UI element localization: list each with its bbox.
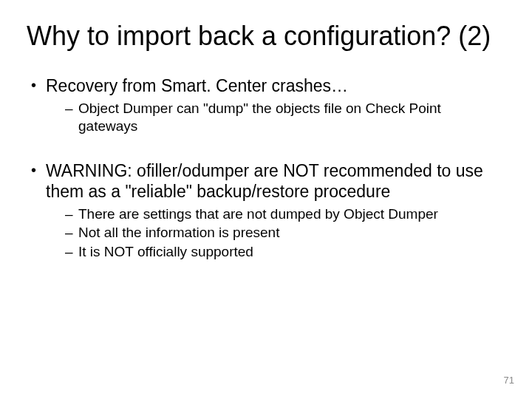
bullet-text: Recovery from Smart. Center crashes…: [46, 76, 348, 95]
bullet-text: WARNING: ofiller/odumper are NOT recomme…: [46, 161, 483, 201]
bullet-list: Recovery from Smart. Center crashes… Obj…: [30, 76, 502, 134]
spacer: [30, 140, 502, 161]
sub-bullet-item: It is NOT officially supported: [65, 243, 502, 261]
bullet-item: Recovery from Smart. Center crashes… Obj…: [30, 76, 502, 134]
sub-bullet-item: Not all the information is present: [65, 224, 502, 242]
slide-title: Why to import back a configuration? (2): [0, 0, 532, 51]
bullet-list: WARNING: ofiller/odumper are NOT recomme…: [30, 161, 502, 260]
slide-body: Recovery from Smart. Center crashes… Obj…: [0, 51, 532, 261]
slide: Why to import back a configuration? (2) …: [0, 0, 532, 399]
page-number: 71: [504, 375, 514, 386]
sub-bullet-item: There are settings that are not dumped b…: [65, 205, 502, 223]
sub-bullet-list: Object Dumper can "dump" the objects fil…: [46, 98, 502, 135]
bullet-item: WARNING: ofiller/odumper are NOT recomme…: [30, 161, 502, 260]
sub-bullet-item: Object Dumper can "dump" the objects fil…: [65, 100, 502, 135]
sub-bullet-list: There are settings that are not dumped b…: [46, 204, 502, 261]
